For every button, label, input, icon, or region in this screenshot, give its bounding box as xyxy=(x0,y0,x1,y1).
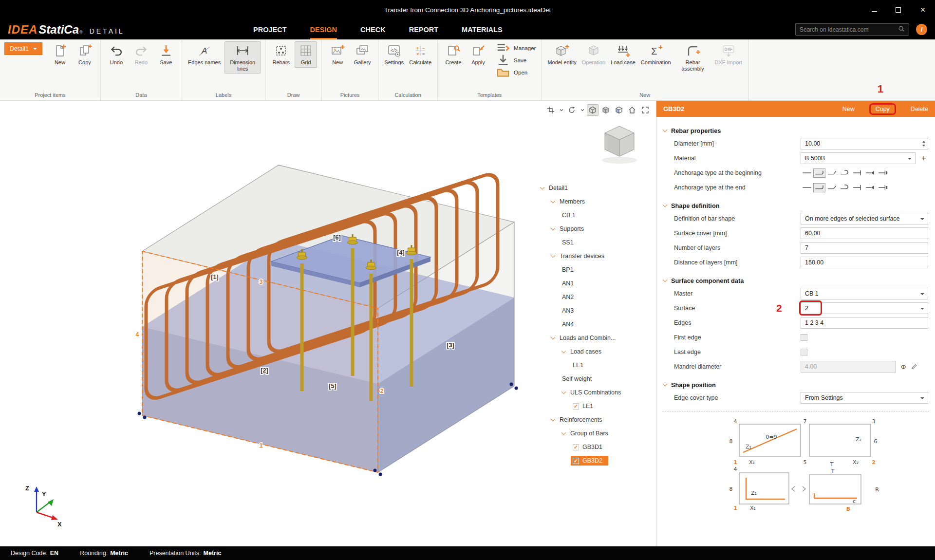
tree-item-loads-and-combin[interactable]: Loads and Combin... xyxy=(536,331,655,345)
menu-tab-check[interactable]: CHECK xyxy=(360,19,386,39)
distance-of-layers-mm-input[interactable]: 150.00 xyxy=(801,257,928,268)
maximize-icon[interactable] xyxy=(896,7,901,13)
anchorage-type-icon-7[interactable] xyxy=(877,168,889,178)
tree-item-reinforcements[interactable]: Reinforcements xyxy=(536,413,655,427)
ribbon-button-save[interactable]: Save xyxy=(155,41,177,68)
ribbon-button-grid[interactable]: Grid xyxy=(295,41,317,68)
edit-icon[interactable] xyxy=(911,363,917,370)
chevron-down-icon[interactable] xyxy=(551,335,556,340)
last-edge-checkbox[interactable] xyxy=(801,349,807,355)
menu-tab-report[interactable]: REPORT xyxy=(409,19,438,39)
chevron-down-icon[interactable] xyxy=(551,226,556,231)
tree-checkbox[interactable]: ✓ xyxy=(573,444,579,450)
cube-wireframe-icon[interactable] xyxy=(587,104,598,116)
ribbon-button-combination[interactable]: ΣCombination xyxy=(639,41,673,68)
first-edge-checkbox[interactable] xyxy=(801,334,807,341)
copy-button[interactable]: 1Copy xyxy=(869,103,896,115)
new-button[interactable]: New xyxy=(842,106,855,112)
anchorage-type-icon-1[interactable] xyxy=(801,168,813,178)
tree-item-load-cases[interactable]: Load cases xyxy=(536,345,655,358)
tree-item-transfer-devices[interactable]: Transfer devices xyxy=(536,249,655,263)
anchorage-type-icon-6[interactable] xyxy=(864,183,876,192)
tree-item-le1[interactable]: LE1 xyxy=(536,358,655,372)
ribbon-button-model-entity[interactable]: Model entity xyxy=(546,41,578,68)
chevron-down-icon[interactable] xyxy=(561,349,566,354)
section-header-shape-position[interactable]: Shape position xyxy=(663,379,928,391)
project-selector[interactable]: Detail1 xyxy=(4,42,42,55)
edge-cover-type-select[interactable]: From Settings xyxy=(801,392,928,404)
tree-item-self-weight[interactable]: Self weight xyxy=(536,372,655,386)
minimize-icon[interactable] xyxy=(872,8,877,12)
section-header-rebar-properties[interactable]: Rebar properties xyxy=(663,125,928,136)
search-icon[interactable] xyxy=(898,25,905,34)
rotate-icon[interactable] xyxy=(566,104,578,116)
search-input[interactable] xyxy=(800,26,898,33)
section-header-surface-component-data[interactable]: Surface component data xyxy=(663,275,928,286)
master-select[interactable]: CB 1 xyxy=(801,288,928,299)
navigation-cube[interactable] xyxy=(602,126,637,164)
anchorage-type-icon-3[interactable] xyxy=(826,183,838,192)
menu-tab-project[interactable]: PROJECT xyxy=(253,19,287,39)
edges-input[interactable]: 1 2 3 4 xyxy=(801,317,928,329)
anchorage-type-icon-4[interactable] xyxy=(839,168,851,178)
anchorage-type-icon-5[interactable] xyxy=(851,183,863,192)
surface-cover-mm-input[interactable]: 60.00 xyxy=(801,227,928,239)
ribbon-button-rebars[interactable]: Rebars xyxy=(270,41,292,68)
ribbon-button-open[interactable]: Open xyxy=(496,68,536,77)
tree-item-bp1[interactable]: BP1 xyxy=(536,263,655,277)
number-of-layers-input[interactable]: 7 xyxy=(801,242,928,254)
tree-item-members[interactable]: Members xyxy=(536,195,655,208)
chevron-down-icon[interactable] xyxy=(558,104,564,116)
tree-item-an4[interactable]: AN4 xyxy=(536,317,655,331)
spinner[interactable] xyxy=(922,141,925,147)
anchorage-type-icon-5[interactable] xyxy=(851,168,863,178)
ribbon-button-rebar-assembly[interactable]: Rebar assembly xyxy=(675,41,711,74)
anchorage-type-icon-1[interactable] xyxy=(801,183,813,192)
tree-item-detail1[interactable]: Detail1 xyxy=(536,181,655,195)
surface-select[interactable]: 2 xyxy=(801,302,928,314)
tree-item-an1[interactable]: AN1 xyxy=(536,277,655,290)
anchorage-type-icon-2[interactable] xyxy=(813,168,825,178)
tree-item-gb3d2[interactable]: ✓GB3D2 xyxy=(536,454,655,467)
chevron-down-icon[interactable] xyxy=(551,417,556,422)
definition-of-bar-shape-select[interactable]: On more edges of selected surface xyxy=(801,213,928,224)
add-material-button[interactable]: + xyxy=(919,154,928,163)
material-select[interactable]: B 500B xyxy=(801,152,916,164)
chevron-down-icon[interactable] xyxy=(551,253,556,258)
tree-item-uls-combinations[interactable]: ULS Combinations xyxy=(536,386,655,399)
tree-checkbox[interactable]: ✓ xyxy=(573,458,579,464)
chevron-down-icon[interactable] xyxy=(561,390,566,394)
ribbon-button-save[interactable]: Save xyxy=(496,56,536,65)
diameter-mm-input[interactable]: 10.00 xyxy=(801,138,928,149)
viewport[interactable]: Z Y X [6][4][1][3][2][5]3421 Detail1Memb… xyxy=(0,101,656,546)
anchorage-type-icon-6[interactable] xyxy=(864,168,876,178)
ribbon-button-load-case[interactable]: Load case xyxy=(609,41,637,68)
anchorage-type-icon-7[interactable] xyxy=(877,183,889,192)
info-icon[interactable]: i xyxy=(916,24,927,35)
cube-solid-icon[interactable] xyxy=(600,104,612,116)
ribbon-button-create[interactable]: Create xyxy=(442,41,465,68)
tree-item-ss1[interactable]: SS1 xyxy=(536,236,655,249)
ribbon-button-apply[interactable]: Apply xyxy=(467,41,489,68)
ribbon-button-copy[interactable]: Copy xyxy=(74,41,96,68)
ribbon-button-edges-names[interactable]: AEdges names xyxy=(187,41,222,68)
tree-item-le1[interactable]: ✓LE1 xyxy=(536,399,655,413)
menu-tab-design[interactable]: DESIGN xyxy=(310,19,337,39)
chevron-down-icon[interactable] xyxy=(579,104,585,116)
ribbon-button-manager[interactable]: Manager xyxy=(496,44,536,53)
tree-item-group-of-bars[interactable]: Group of Bars xyxy=(536,427,655,440)
anchorage-type-icon-2[interactable] xyxy=(813,183,825,192)
crop-icon[interactable] xyxy=(545,104,557,116)
ribbon-button-new[interactable]: New xyxy=(326,41,349,68)
ribbon-button-undo[interactable]: Undo xyxy=(105,41,128,68)
tree-item-gb3d1[interactable]: ✓GB3D1 xyxy=(536,440,655,454)
ribbon-button-calculate[interactable]: +−×=Calculate xyxy=(408,41,433,68)
section-header-shape-definition[interactable]: Shape definition xyxy=(663,200,928,211)
tree-item-supports[interactable]: Supports xyxy=(536,222,655,236)
close-icon[interactable]: × xyxy=(919,6,926,13)
fit-icon[interactable] xyxy=(639,104,651,116)
search-box[interactable] xyxy=(795,23,909,36)
ribbon-button-dimension-lines[interactable]: Dimension lines xyxy=(224,41,261,74)
ribbon-button-settings[interactable]: </>Settings xyxy=(383,41,405,68)
tree-checkbox[interactable]: ✓ xyxy=(573,403,579,410)
